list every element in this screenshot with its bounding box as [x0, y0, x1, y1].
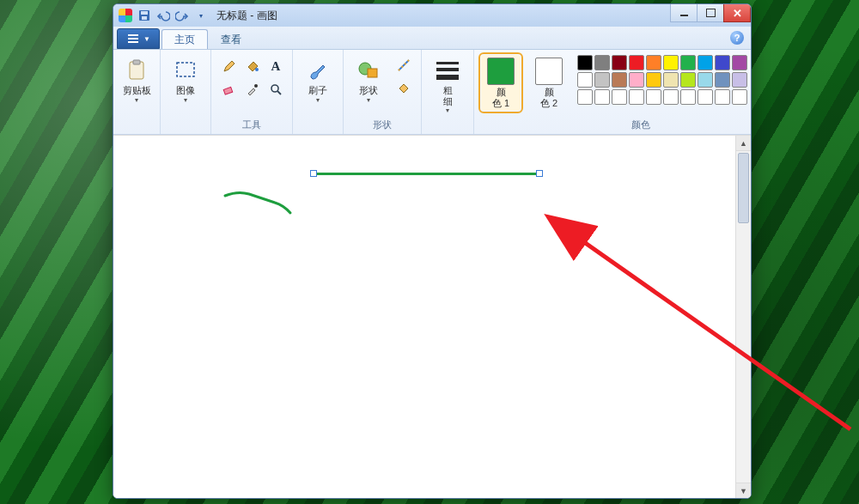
canvas[interactable]: [113, 136, 735, 498]
palette-swatch[interactable]: [698, 55, 713, 70]
redo-icon[interactable]: [175, 9, 189, 22]
shapes-button[interactable]: 形状 ▾: [350, 55, 387, 106]
scroll-up-icon[interactable]: ▲: [736, 136, 751, 151]
palette-swatch[interactable]: [629, 89, 644, 105]
chevron-down-icon: ▾: [316, 96, 320, 104]
palette-swatch[interactable]: [612, 55, 627, 70]
window-title: 无标题 - 画图: [216, 9, 277, 23]
svg-rect-1: [141, 11, 148, 15]
palette-swatch[interactable]: [732, 72, 747, 88]
line-handle-end[interactable]: [536, 170, 543, 177]
group-image-label: [168, 119, 204, 134]
group-shapes: 形状 ▾ 形状: [344, 50, 422, 134]
svg-rect-3: [128, 34, 138, 36]
svg-rect-5: [128, 41, 138, 43]
palette-swatch[interactable]: [663, 55, 679, 70]
svg-rect-15: [368, 69, 377, 77]
shape-outline-button[interactable]: [393, 55, 414, 76]
ribbon-tabs: ▼ 主页 查看 ?: [113, 27, 751, 50]
palette-swatch[interactable]: [594, 72, 610, 88]
group-clipboard-label: [119, 119, 155, 134]
color-palette: [577, 55, 747, 105]
palette-swatch[interactable]: [594, 55, 610, 70]
palette-swatch[interactable]: [680, 72, 696, 88]
group-size: 粗 细 ▾: [422, 50, 474, 134]
paste-label: 剪贴板: [123, 85, 151, 96]
palette-swatch[interactable]: [646, 55, 661, 70]
size-button[interactable]: 粗 细 ▾: [429, 55, 466, 117]
group-shapes-label: 形状: [350, 117, 414, 134]
tab-home[interactable]: 主页: [161, 29, 208, 49]
select-button[interactable]: 图像 ▾: [168, 55, 204, 106]
eraser-tool[interactable]: [218, 78, 241, 100]
palette-swatch[interactable]: [646, 89, 661, 105]
clipboard-icon: [124, 58, 149, 83]
fill-tool[interactable]: [241, 55, 264, 77]
text-tool[interactable]: A: [265, 55, 287, 77]
palette-swatch[interactable]: [680, 89, 696, 105]
scroll-down-icon[interactable]: ▼: [736, 483, 751, 498]
group-tools: A 工具: [211, 50, 293, 134]
svg-point-12: [271, 85, 278, 92]
palette-swatch[interactable]: [715, 72, 730, 88]
palette-swatch[interactable]: [577, 89, 593, 105]
undo-icon[interactable]: [156, 9, 170, 22]
palette-swatch[interactable]: [612, 89, 627, 105]
titlebar[interactable]: ▾ 无标题 - 画图 ✕: [113, 4, 751, 27]
palette-swatch[interactable]: [612, 72, 627, 88]
qat-customize-icon[interactable]: ▾: [194, 9, 208, 22]
group-colors: 颜 色 1 颜 色 2 编辑颜色 颜色: [474, 50, 752, 134]
color1-button[interactable]: 颜 色 1: [481, 55, 521, 111]
drawn-line[interactable]: [314, 173, 538, 175]
tab-view[interactable]: 查看: [208, 29, 254, 49]
palette-swatch[interactable]: [715, 89, 730, 105]
maximize-button[interactable]: [697, 4, 724, 22]
palette-swatch[interactable]: [663, 89, 679, 105]
palette-swatch[interactable]: [629, 55, 644, 70]
group-image: 图像 ▾: [161, 50, 211, 134]
save-icon[interactable]: [137, 9, 151, 22]
close-button[interactable]: ✕: [723, 4, 751, 22]
pencil-tool[interactable]: [218, 55, 241, 77]
palette-swatch[interactable]: [732, 89, 747, 105]
group-size-label: [429, 119, 466, 134]
magnify-tool[interactable]: [265, 78, 287, 100]
tab-view-label: 查看: [221, 33, 241, 47]
size-label: 粗 细: [443, 85, 453, 106]
svg-point-11: [254, 84, 258, 88]
shape-fill-button[interactable]: [393, 77, 414, 98]
group-tools-label: 工具: [218, 117, 285, 134]
shapes-label: 形状: [359, 85, 378, 96]
group-clipboard: 剪贴板 ▾: [113, 50, 161, 134]
help-button[interactable]: ?: [730, 31, 744, 45]
color2-button[interactable]: 颜 色 2: [529, 55, 569, 111]
palette-swatch[interactable]: [577, 72, 593, 88]
quick-access-toolbar: ▾: [137, 9, 208, 22]
palette-swatch[interactable]: [732, 55, 747, 70]
chevron-down-icon: ▾: [135, 96, 138, 104]
palette-swatch[interactable]: [715, 55, 730, 70]
palette-swatch[interactable]: [594, 89, 610, 105]
canvas-art: [113, 136, 735, 496]
paint-window: ▾ 无标题 - 画图 ✕ ▼ 主页 查看 ?: [113, 3, 752, 499]
scroll-track[interactable]: [736, 151, 751, 483]
palette-swatch[interactable]: [698, 72, 713, 88]
line-handle-start[interactable]: [310, 170, 317, 177]
palette-swatch[interactable]: [698, 89, 713, 105]
picker-tool[interactable]: [241, 78, 264, 100]
paste-button[interactable]: 剪贴板 ▾: [119, 55, 155, 106]
palette-swatch[interactable]: [663, 72, 679, 88]
color1-swatch: [487, 58, 515, 85]
work-area: ▲ ▼: [113, 135, 751, 498]
brush-icon: [305, 58, 331, 83]
palette-swatch[interactable]: [629, 72, 644, 88]
scroll-thumb[interactable]: [738, 153, 749, 223]
brush-button[interactable]: 刷子 ▾: [300, 55, 336, 106]
vertical-scrollbar[interactable]: ▲ ▼: [735, 136, 751, 498]
file-menu-button[interactable]: ▼: [117, 28, 160, 49]
palette-swatch[interactable]: [577, 55, 593, 70]
svg-rect-7: [133, 60, 140, 64]
palette-swatch[interactable]: [680, 55, 696, 70]
palette-swatch[interactable]: [646, 72, 661, 88]
minimize-button[interactable]: [670, 4, 698, 22]
